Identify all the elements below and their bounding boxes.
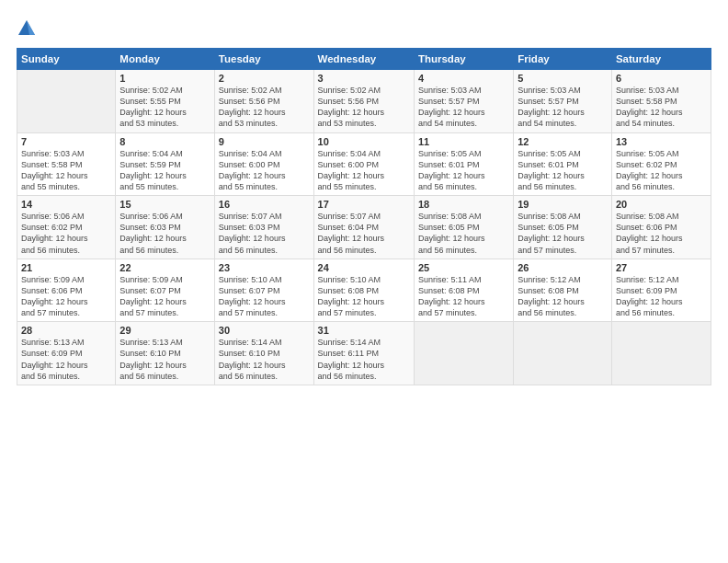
day-info: Sunrise: 5:05 AMSunset: 6:01 PMDaylight:… xyxy=(418,148,509,193)
day-number: 11 xyxy=(418,136,509,147)
week-row-2: 7Sunrise: 5:03 AMSunset: 5:58 PMDaylight… xyxy=(17,132,711,196)
day-cell: 4Sunrise: 5:03 AMSunset: 5:57 PMDaylight… xyxy=(414,70,513,133)
day-info: Sunrise: 5:08 AMSunset: 6:05 PMDaylight:… xyxy=(418,211,509,256)
day-cell: 9Sunrise: 5:04 AMSunset: 6:00 PMDaylight… xyxy=(214,132,313,196)
day-info: Sunrise: 5:02 AMSunset: 5:55 PMDaylight:… xyxy=(119,85,210,130)
day-number: 9 xyxy=(219,136,310,147)
logo-icon xyxy=(17,18,37,39)
day-info: Sunrise: 5:12 AMSunset: 6:08 PMDaylight:… xyxy=(518,274,608,319)
day-cell: 1Sunrise: 5:02 AMSunset: 5:55 PMDaylight… xyxy=(116,70,215,133)
day-number: 16 xyxy=(219,199,310,210)
day-info: Sunrise: 5:02 AMSunset: 5:56 PMDaylight:… xyxy=(219,85,310,130)
day-cell: 3Sunrise: 5:02 AMSunset: 5:56 PMDaylight… xyxy=(313,70,414,133)
col-header-tuesday: Tuesday xyxy=(214,49,313,70)
day-info: Sunrise: 5:04 AMSunset: 5:59 PMDaylight:… xyxy=(119,148,210,193)
day-number: 18 xyxy=(418,199,509,210)
day-number: 7 xyxy=(21,136,111,147)
day-cell: 20Sunrise: 5:08 AMSunset: 6:06 PMDayligh… xyxy=(611,196,711,259)
day-info: Sunrise: 5:05 AMSunset: 6:01 PMDaylight:… xyxy=(518,148,608,193)
day-cell xyxy=(611,322,711,385)
day-cell: 12Sunrise: 5:05 AMSunset: 6:01 PMDayligh… xyxy=(514,132,612,196)
day-info: Sunrise: 5:03 AMSunset: 5:57 PMDaylight:… xyxy=(418,85,509,130)
day-info: Sunrise: 5:05 AMSunset: 6:02 PMDaylight:… xyxy=(616,148,707,193)
day-info: Sunrise: 5:11 AMSunset: 6:08 PMDaylight:… xyxy=(418,274,509,319)
day-number: 12 xyxy=(518,136,608,147)
day-number: 21 xyxy=(21,262,111,273)
calendar-table: SundayMondayTuesdayWednesdayThursdayFrid… xyxy=(17,48,711,385)
day-cell: 7Sunrise: 5:03 AMSunset: 5:58 PMDaylight… xyxy=(17,132,116,196)
day-cell: 30Sunrise: 5:14 AMSunset: 6:10 PMDayligh… xyxy=(214,322,313,385)
day-info: Sunrise: 5:09 AMSunset: 6:06 PMDaylight:… xyxy=(21,274,111,319)
day-number: 2 xyxy=(219,73,310,84)
day-cell: 22Sunrise: 5:09 AMSunset: 6:07 PMDayligh… xyxy=(116,259,215,322)
day-cell: 14Sunrise: 5:06 AMSunset: 6:02 PMDayligh… xyxy=(17,196,116,259)
day-number: 30 xyxy=(219,325,310,336)
col-header-friday: Friday xyxy=(514,49,612,70)
day-cell: 16Sunrise: 5:07 AMSunset: 6:03 PMDayligh… xyxy=(214,196,313,259)
calendar-header-row: SundayMondayTuesdayWednesdayThursdayFrid… xyxy=(17,49,711,70)
day-cell xyxy=(17,70,116,133)
week-row-3: 14Sunrise: 5:06 AMSunset: 6:02 PMDayligh… xyxy=(17,196,711,259)
day-number: 17 xyxy=(318,199,410,210)
week-row-5: 28Sunrise: 5:13 AMSunset: 6:09 PMDayligh… xyxy=(17,322,711,385)
day-cell: 19Sunrise: 5:08 AMSunset: 6:05 PMDayligh… xyxy=(514,196,612,259)
day-number: 13 xyxy=(616,136,707,147)
day-info: Sunrise: 5:03 AMSunset: 5:57 PMDaylight:… xyxy=(518,85,608,130)
day-info: Sunrise: 5:08 AMSunset: 6:05 PMDaylight:… xyxy=(518,211,608,256)
day-number: 26 xyxy=(518,262,608,273)
day-number: 27 xyxy=(616,262,707,273)
day-number: 5 xyxy=(518,73,608,84)
day-cell: 24Sunrise: 5:10 AMSunset: 6:08 PMDayligh… xyxy=(313,259,414,322)
day-cell: 17Sunrise: 5:07 AMSunset: 6:04 PMDayligh… xyxy=(313,196,414,259)
day-info: Sunrise: 5:03 AMSunset: 5:58 PMDaylight:… xyxy=(616,85,707,130)
day-info: Sunrise: 5:07 AMSunset: 6:03 PMDaylight:… xyxy=(219,211,310,256)
day-info: Sunrise: 5:06 AMSunset: 6:03 PMDaylight:… xyxy=(119,211,210,256)
day-cell xyxy=(414,322,513,385)
day-cell: 26Sunrise: 5:12 AMSunset: 6:08 PMDayligh… xyxy=(514,259,612,322)
day-info: Sunrise: 5:13 AMSunset: 6:10 PMDaylight:… xyxy=(119,337,210,382)
day-info: Sunrise: 5:03 AMSunset: 5:58 PMDaylight:… xyxy=(21,148,111,193)
day-number: 28 xyxy=(21,325,111,336)
day-number: 10 xyxy=(318,136,410,147)
day-number: 4 xyxy=(418,73,509,84)
day-cell: 6Sunrise: 5:03 AMSunset: 5:58 PMDaylight… xyxy=(611,70,711,133)
col-header-saturday: Saturday xyxy=(611,49,711,70)
day-info: Sunrise: 5:06 AMSunset: 6:02 PMDaylight:… xyxy=(21,211,111,256)
day-cell: 10Sunrise: 5:04 AMSunset: 6:00 PMDayligh… xyxy=(313,132,414,196)
col-header-wednesday: Wednesday xyxy=(313,49,414,70)
day-info: Sunrise: 5:07 AMSunset: 6:04 PMDaylight:… xyxy=(318,211,410,256)
day-info: Sunrise: 5:13 AMSunset: 6:09 PMDaylight:… xyxy=(21,337,111,382)
day-cell: 11Sunrise: 5:05 AMSunset: 6:01 PMDayligh… xyxy=(414,132,513,196)
week-row-1: 1Sunrise: 5:02 AMSunset: 5:55 PMDaylight… xyxy=(17,70,711,133)
day-cell: 23Sunrise: 5:10 AMSunset: 6:07 PMDayligh… xyxy=(214,259,313,322)
day-cell: 5Sunrise: 5:03 AMSunset: 5:57 PMDaylight… xyxy=(514,70,612,133)
day-cell: 2Sunrise: 5:02 AMSunset: 5:56 PMDaylight… xyxy=(214,70,313,133)
day-info: Sunrise: 5:10 AMSunset: 6:07 PMDaylight:… xyxy=(219,274,310,319)
day-info: Sunrise: 5:14 AMSunset: 6:10 PMDaylight:… xyxy=(219,337,310,382)
day-number: 25 xyxy=(418,262,509,273)
col-header-sunday: Sunday xyxy=(17,49,116,70)
day-cell: 27Sunrise: 5:12 AMSunset: 6:09 PMDayligh… xyxy=(611,259,711,322)
day-number: 24 xyxy=(318,262,410,273)
day-info: Sunrise: 5:12 AMSunset: 6:09 PMDaylight:… xyxy=(616,274,707,319)
day-cell: 28Sunrise: 5:13 AMSunset: 6:09 PMDayligh… xyxy=(17,322,116,385)
day-number: 22 xyxy=(119,262,210,273)
day-number: 6 xyxy=(616,73,707,84)
day-number: 19 xyxy=(518,199,608,210)
day-cell: 31Sunrise: 5:14 AMSunset: 6:11 PMDayligh… xyxy=(313,322,414,385)
day-cell: 18Sunrise: 5:08 AMSunset: 6:05 PMDayligh… xyxy=(414,196,513,259)
day-info: Sunrise: 5:14 AMSunset: 6:11 PMDaylight:… xyxy=(318,337,410,382)
page: SundayMondayTuesdayWednesdayThursdayFrid… xyxy=(0,0,728,563)
day-number: 23 xyxy=(219,262,310,273)
day-cell xyxy=(514,322,612,385)
col-header-monday: Monday xyxy=(116,49,215,70)
day-cell: 25Sunrise: 5:11 AMSunset: 6:08 PMDayligh… xyxy=(414,259,513,322)
week-row-4: 21Sunrise: 5:09 AMSunset: 6:06 PMDayligh… xyxy=(17,259,711,322)
day-cell: 29Sunrise: 5:13 AMSunset: 6:10 PMDayligh… xyxy=(116,322,215,385)
day-number: 29 xyxy=(119,325,210,336)
day-info: Sunrise: 5:04 AMSunset: 6:00 PMDaylight:… xyxy=(219,148,310,193)
day-info: Sunrise: 5:02 AMSunset: 5:56 PMDaylight:… xyxy=(318,85,410,130)
day-number: 20 xyxy=(616,199,707,210)
day-number: 3 xyxy=(318,73,410,84)
day-number: 31 xyxy=(318,325,410,336)
